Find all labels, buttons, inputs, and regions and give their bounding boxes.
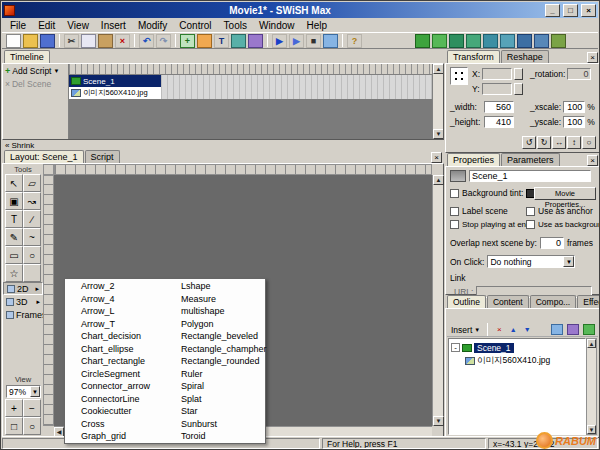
fit-scene-button[interactable]: □ [5,417,23,435]
menu-item-arrow-4[interactable]: Arrow_4 [65,293,165,306]
menu-item-chart-ellipse[interactable]: Chart_ellipse [65,343,165,356]
scroll-up-icon[interactable]: ▲ [587,339,596,348]
insert-button[interactable]: Insert ▼ [449,324,482,336]
rotate-cw-button[interactable]: ↻ [537,136,551,149]
menu-item-rectangle-beveled[interactable]: Rectangle_beveled [165,330,265,343]
menu-item-arrow-l[interactable]: Arrow_L [65,305,165,318]
menu-item-multishape[interactable]: multishape [165,305,265,318]
width-field[interactable]: 560 [484,101,514,113]
expand-all-icon[interactable] [567,324,579,335]
line-tool-button[interactable]: ∕ [23,210,41,228]
menu-control[interactable]: Control [173,19,217,32]
zoom-in-button[interactable]: + [5,399,23,417]
timeline-frame-ruler[interactable] [69,64,443,75]
scroll-down-icon[interactable]: ▼ [433,129,443,139]
menu-item-polygon[interactable]: Polygon [165,318,265,331]
insert-text-icon[interactable]: T [214,34,229,48]
motion-path-tool-button[interactable]: ↝ [23,192,41,210]
paste-icon[interactable] [98,34,113,48]
menu-item-arrow-t[interactable]: Arrow_T [65,318,165,331]
menu-item-toroid[interactable]: Toroid [165,430,265,443]
minimize-button[interactable]: _ [545,4,560,17]
open-file-icon[interactable] [23,34,38,48]
menu-window[interactable]: Window [253,19,301,32]
help-icon[interactable]: ? [347,34,362,48]
add-script-button[interactable]: + Add Script ▼ [3,64,68,77]
tab-effect[interactable]: Effect [577,295,600,308]
menu-item-graph-grid[interactable]: Graph_grid [65,430,165,443]
del-scene-button[interactable]: × Del Scene [3,77,68,90]
move-up-icon[interactable]: ▲ [507,324,519,335]
menu-item-splat[interactable]: Splat [165,393,265,406]
show-guides-icon[interactable] [500,34,515,48]
timeline-scene-frames[interactable] [161,75,443,87]
insert-image-icon[interactable] [231,34,246,48]
height-field[interactable]: 410 [484,116,514,128]
play-movie-icon[interactable]: ▶ [272,34,287,48]
chevron-down-icon[interactable]: ▼ [30,386,40,397]
menu-item-sunburst[interactable]: Sunburst [165,418,265,431]
y-field[interactable] [482,83,512,95]
yscale-field[interactable]: 100 [563,116,585,128]
canvas-vertical-scrollbar[interactable]: ▲ ▼ [432,175,443,426]
tab-script[interactable]: Script [85,150,120,163]
tab-transform[interactable]: Transform [447,50,500,63]
stop-playing-checkbox[interactable] [450,220,459,229]
text-tool-button[interactable]: T [5,210,23,228]
pencil-tool-button[interactable]: ✎ [5,228,23,246]
menu-item-chart-rectangle[interactable]: Chart_rectangle [65,355,165,368]
menu-edit[interactable]: Edit [32,19,61,32]
stop-icon[interactable]: ■ [306,34,321,48]
scroll-up-icon[interactable]: ▲ [433,175,444,185]
on-click-dropdown[interactable]: Do nothing ▼ [487,255,575,268]
menu-item-cookiecutter[interactable]: Cookiecutter [65,405,165,418]
rectangle-tool-button[interactable]: ▭ [5,246,23,264]
timeline-scene-row[interactable]: Scene_1 [69,75,443,87]
snap-to-objects-icon[interactable] [534,34,549,48]
new-file-icon[interactable] [6,34,21,48]
menu-view[interactable]: View [61,19,95,32]
menu-insert[interactable]: Insert [95,19,132,32]
timeline-scene-name-cell[interactable]: Scene_1 [69,75,161,87]
show-all-icon[interactable] [551,324,563,335]
delete-icon[interactable]: × [115,34,130,48]
tab-reshape[interactable]: Reshape [501,50,549,63]
menu-modify[interactable]: Modify [132,19,173,32]
timeline-frames-area[interactable]: Scene_1 이미지560X410.jpg ▲ ▼ [69,64,443,139]
tab-content[interactable]: Content [487,295,529,308]
menu-item-star[interactable]: Star [165,405,265,418]
preview-icon[interactable] [323,34,338,48]
tree-item-scene[interactable]: - Scene_1 [451,341,583,354]
movie-properties-button[interactable]: Movie Properties... [534,187,596,200]
show-grid-icon[interactable] [483,34,498,48]
menu-item-rectangle-champher[interactable]: Rectangle_champher [165,343,265,356]
target-icon[interactable] [583,324,595,335]
insert-sprite-icon[interactable] [197,34,212,48]
close-icon[interactable]: × [431,152,442,163]
play-scene-icon[interactable]: ▶ [289,34,304,48]
overlap-field[interactable]: 0 [540,237,564,249]
menu-item-chart-decision[interactable]: Chart_decision [65,330,165,343]
menu-tools[interactable]: Tools [218,19,253,32]
timeline-layer-frames[interactable] [161,87,443,99]
redo-icon[interactable]: ↷ [156,34,171,48]
tab-parameters[interactable]: Parameters [501,153,560,166]
autoshape-group-2d[interactable]: 2D ▸ [3,282,43,295]
scene-name-field[interactable]: Scene_1 [469,170,591,182]
actual-size-button[interactable]: ○ [23,417,41,435]
autoshape-group-frames[interactable]: Frames ▸ [3,308,43,321]
export-avi-icon[interactable] [449,34,464,48]
undo-icon[interactable]: ↶ [139,34,154,48]
zoom-out-button[interactable]: − [23,399,41,417]
scroll-up-icon[interactable]: ▲ [433,64,443,74]
move-down-icon[interactable]: ▼ [521,324,533,335]
export-html-icon[interactable] [432,34,447,48]
menu-item-connector-arrow[interactable]: Connector_arrow [65,380,165,393]
tree-item-image[interactable]: 이미지560X410.jpg [451,354,583,367]
cut-icon[interactable]: ✂ [64,34,79,48]
group-icon[interactable] [551,34,566,48]
autoshape-group-3d[interactable]: 3D ▸ [3,295,43,308]
menu-item-arrow-2[interactable]: Arrow_2 [65,280,165,293]
shrink-button[interactable]: « Shrink [2,140,444,150]
snap-to-grid-icon[interactable] [517,34,532,48]
